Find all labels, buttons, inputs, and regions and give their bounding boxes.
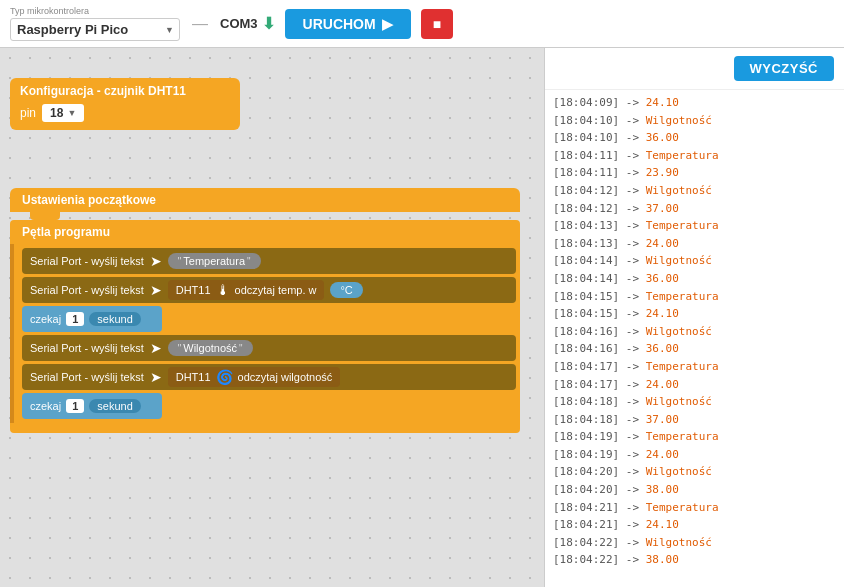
serial-line: [18:04:18] -> Wilgotność bbox=[553, 393, 836, 411]
serial-line: [18:04:19] -> Temperatura bbox=[553, 428, 836, 446]
dht-label-2: DHT11 bbox=[176, 371, 211, 383]
serial-line: [18:04:16] -> Wilgotność bbox=[553, 323, 836, 341]
serial-line: [18:04:15] -> Temperatura bbox=[553, 288, 836, 306]
serial-line: [18:04:12] -> 37.00 bbox=[553, 200, 836, 218]
serial-label-2: Serial Port - wyślij tekst bbox=[30, 284, 144, 296]
serial-line: [18:04:10] -> 36.00 bbox=[553, 129, 836, 147]
setup-block-title: Ustawienia początkowe bbox=[22, 193, 508, 207]
czekaj-unit-2: sekund bbox=[89, 399, 140, 413]
play-icon: ▶ bbox=[382, 16, 393, 32]
czekaj-num-1[interactable]: 1 bbox=[66, 312, 84, 326]
serial-line: [18:04:11] -> 23.90 bbox=[553, 164, 836, 182]
czekaj-label-2: czekaj bbox=[30, 400, 61, 412]
config-pin-row: pin 18 ▼ bbox=[20, 104, 230, 122]
serial-line: [18:04:21] -> Temperatura bbox=[553, 499, 836, 517]
serial-line: [18:04:10] -> Wilgotność bbox=[553, 112, 836, 130]
serial-line: [18:04:22] -> Wilgotność bbox=[553, 534, 836, 552]
controller-select-wrapper[interactable]: Raspberry Pi Pico bbox=[10, 18, 180, 41]
top-bar: Typ mikrokontrolera Raspberry Pi Pico — … bbox=[0, 0, 844, 48]
setup-block[interactable]: Ustawienia początkowe bbox=[10, 188, 520, 212]
serial-block-1[interactable]: Serial Port - wyślij tekst ➤ " Temperatu… bbox=[22, 248, 516, 274]
dht-hum-label: odczytaj wilgotność bbox=[238, 371, 333, 383]
thermometer-icon: 🌡 bbox=[216, 282, 230, 298]
loop-header: Pętla programu bbox=[10, 220, 520, 244]
unit-c: °C bbox=[340, 284, 352, 296]
text-block-wilgotnosc[interactable]: " Wilgotność " bbox=[168, 340, 253, 356]
serial-label-3: Serial Port - wyślij tekst bbox=[30, 342, 144, 354]
unit-block[interactable]: °C bbox=[330, 282, 362, 298]
humidity-icon: 🌀 bbox=[216, 369, 233, 385]
text-temperatura: Temperatura bbox=[183, 255, 245, 267]
serial-line: [18:04:09] -> 24.10 bbox=[553, 94, 836, 112]
serial-block-4[interactable]: Serial Port - wyślij tekst ➤ DHT11 🌀 odc… bbox=[22, 364, 516, 390]
serial-line: [18:04:20] -> Wilgotność bbox=[553, 463, 836, 481]
serial-block-2[interactable]: Serial Port - wyślij tekst ➤ DHT11 🌡 odc… bbox=[22, 277, 516, 303]
czekaj-unit-1: sekund bbox=[89, 312, 140, 326]
pin-value: 18 bbox=[50, 106, 63, 120]
czekaj-num-2[interactable]: 1 bbox=[66, 399, 84, 413]
block-editor[interactable]: Konfiguracja - czujnik DHT11 pin 18 ▼ Us… bbox=[0, 48, 544, 587]
text-wilgotnosc: Wilgotność bbox=[183, 342, 237, 354]
serial-line: [18:04:21] -> 24.10 bbox=[553, 516, 836, 534]
config-pin-label: pin bbox=[20, 106, 36, 120]
main-content: Konfiguracja - czujnik DHT11 pin 18 ▼ Us… bbox=[0, 48, 844, 587]
dht-temp-label: odczytaj temp. w bbox=[235, 284, 317, 296]
serial-line: [18:04:11] -> Temperatura bbox=[553, 147, 836, 165]
serial-arrow-3: ➤ bbox=[150, 340, 162, 356]
stop-button[interactable]: ■ bbox=[421, 9, 453, 39]
loop-block-container: Pętla programu Serial Port - wyślij teks… bbox=[10, 220, 520, 433]
serial-line: [18:04:13] -> Temperatura bbox=[553, 217, 836, 235]
pin-dropdown-icon: ▼ bbox=[67, 108, 76, 118]
clear-button[interactable]: WYCZYŚĆ bbox=[734, 56, 835, 81]
loop-body: Serial Port - wyślij tekst ➤ " Temperatu… bbox=[10, 244, 520, 423]
serial-line: [18:04:15] -> 24.10 bbox=[553, 305, 836, 323]
loop-footer bbox=[10, 423, 520, 433]
serial-line: [18:04:22] -> 38.00 bbox=[553, 551, 836, 569]
controller-select[interactable]: Raspberry Pi Pico bbox=[10, 18, 180, 41]
serial-block-3[interactable]: Serial Port - wyślij tekst ➤ " Wilgotnoś… bbox=[22, 335, 516, 361]
serial-line: [18:04:17] -> Temperatura bbox=[553, 358, 836, 376]
serial-monitor: WYCZYŚĆ [18:04:09] -> 24.10[18:04:10] ->… bbox=[544, 48, 844, 587]
serial-line: [18:04:14] -> Wilgotność bbox=[553, 252, 836, 270]
serial-label-1: Serial Port - wyślij tekst bbox=[30, 255, 144, 267]
config-block[interactable]: Konfiguracja - czujnik DHT11 pin 18 ▼ bbox=[10, 78, 240, 130]
com-port-label: COM3 bbox=[220, 16, 258, 31]
controller-group: Typ mikrokontrolera Raspberry Pi Pico bbox=[10, 6, 180, 41]
serial-arrow-4: ➤ bbox=[150, 369, 162, 385]
dht-label-1: DHT11 bbox=[176, 284, 211, 296]
pin-value-box[interactable]: 18 ▼ bbox=[42, 104, 84, 122]
serial-line: [18:04:12] -> Wilgotność bbox=[553, 182, 836, 200]
czekaj-block-2[interactable]: czekaj 1 sekund bbox=[22, 393, 162, 419]
serial-line: [18:04:16] -> 36.00 bbox=[553, 340, 836, 358]
serial-line: [18:04:19] -> 24.00 bbox=[553, 446, 836, 464]
serial-line: [18:04:18] -> 37.00 bbox=[553, 411, 836, 429]
serial-label-4: Serial Port - wyślij tekst bbox=[30, 371, 144, 383]
czekaj-label-1: czekaj bbox=[30, 313, 61, 325]
setup-notch bbox=[30, 212, 60, 220]
serial-output[interactable]: [18:04:09] -> 24.10[18:04:10] -> Wilgotn… bbox=[545, 90, 844, 587]
stop-icon: ■ bbox=[433, 16, 441, 32]
serial-monitor-header: WYCZYŚĆ bbox=[545, 48, 844, 90]
com-arrow-icon[interactable]: ⬇ bbox=[262, 14, 275, 33]
separator-arrow: — bbox=[192, 15, 208, 33]
config-block-title: Konfiguracja - czujnik DHT11 bbox=[20, 84, 230, 98]
loop-title: Pętla programu bbox=[22, 225, 110, 239]
dht-temp-block[interactable]: DHT11 🌡 odczytaj temp. w bbox=[168, 280, 325, 300]
serial-line: [18:04:14] -> 36.00 bbox=[553, 270, 836, 288]
controller-label: Typ mikrokontrolera bbox=[10, 6, 180, 16]
setup-block-wrapper: Ustawienia początkowe bbox=[10, 188, 520, 220]
run-button[interactable]: URUCHOM ▶ bbox=[285, 9, 411, 39]
com-port-group: COM3 ⬇ bbox=[220, 14, 275, 33]
serial-arrow-1: ➤ bbox=[150, 253, 162, 269]
serial-arrow-2: ➤ bbox=[150, 282, 162, 298]
serial-line: [18:04:20] -> 38.00 bbox=[553, 481, 836, 499]
dht-hum-block[interactable]: DHT11 🌀 odczytaj wilgotność bbox=[168, 367, 341, 387]
czekaj-block-1[interactable]: czekaj 1 sekund bbox=[22, 306, 162, 332]
serial-line: [18:04:13] -> 24.00 bbox=[553, 235, 836, 253]
serial-line: [18:04:17] -> 24.00 bbox=[553, 376, 836, 394]
text-block-temperatura[interactable]: " Temperatura " bbox=[168, 253, 261, 269]
